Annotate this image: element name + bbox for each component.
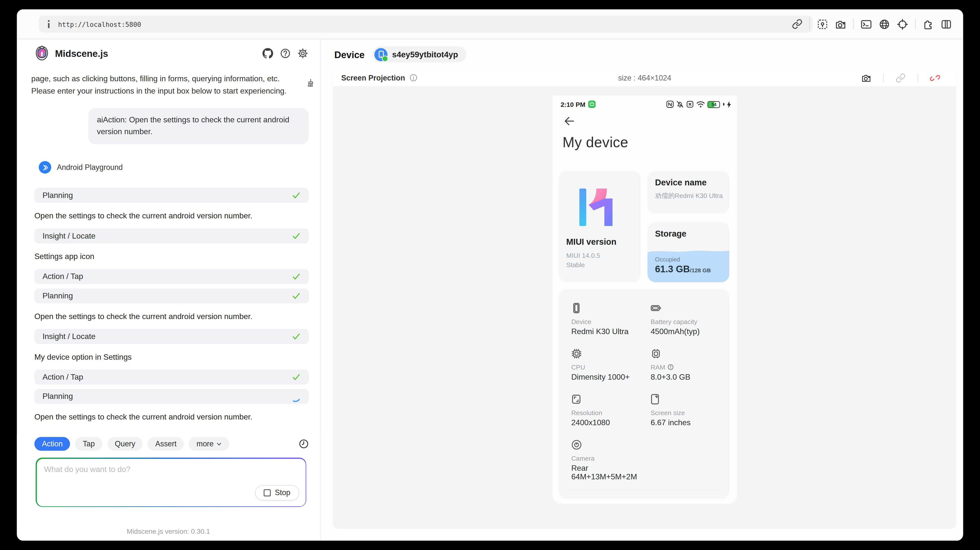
history-clock-icon[interactable]: [299, 439, 309, 449]
ram-info-icon[interactable]: [668, 364, 674, 370]
stop-button[interactable]: Stop: [255, 485, 299, 500]
divider: [917, 73, 918, 82]
screen-projection-card: size : 464×1024 Screen Projection 2:10 P…: [333, 69, 956, 529]
step-bar-insight[interactable]: Insight / Locate: [34, 228, 309, 244]
device-id: s4ey59ytbitot4yp: [392, 50, 458, 59]
back-arrow-icon[interactable]: [563, 115, 576, 128]
storage-occupied-label: Occupied: [655, 256, 680, 263]
browser-toolbar: http://localhost:5800: [17, 10, 963, 40]
resolution-icon: [571, 394, 581, 404]
step-bar-planning-loading[interactable]: Planning: [34, 389, 309, 404]
miui-14-logo: [579, 188, 621, 227]
image-capture-icon[interactable]: [817, 19, 828, 30]
battery-icon: 54: [708, 101, 720, 108]
spec-device[interactable]: Device Redmi K30 Ultra: [571, 303, 651, 335]
split-view-icon[interactable]: [940, 19, 952, 30]
clear-icon[interactable]: [305, 78, 315, 87]
tab-assert[interactable]: Assert: [148, 437, 184, 451]
step-description: Open the settings to check the current a…: [34, 212, 309, 220]
spec-ram[interactable]: RAM 8.0+3.0 GB: [651, 349, 729, 381]
device-name-title: Device name: [655, 178, 723, 187]
device-panel: Device s4ey59ytbitot4yp size : 464×1024 …: [321, 40, 963, 540]
header-icon-cluster: [262, 48, 308, 59]
midscene-header: Midscene.js: [17, 40, 320, 67]
storage-fill: Occupied 61.3 GB/128 GB: [648, 254, 729, 282]
step-bar-planning[interactable]: Planning: [34, 188, 309, 203]
cpu-icon: [571, 349, 582, 359]
spec-battery[interactable]: Battery capacity 4500mAh(typ): [651, 303, 729, 335]
run-timeline: page, such as clicking buttons, filling …: [17, 67, 320, 421]
terminal-icon[interactable]: [861, 19, 872, 30]
battery-cap: [724, 103, 724, 105]
miui-version-card[interactable]: MIUI version MIUI 14.0.5 Stable: [559, 171, 641, 282]
url-bar[interactable]: http://localhost:5800: [39, 16, 812, 32]
tab-more[interactable]: more: [189, 437, 229, 451]
check-icon: [292, 191, 301, 200]
step-bar-action[interactable]: Action / Tap: [34, 269, 309, 284]
browser-window: http://localhost:5800: [17, 10, 963, 540]
prompt-controls: Action Tap Query Assert more Stop: [17, 434, 320, 540]
divider: [810, 19, 810, 29]
projection-actions: [861, 69, 940, 86]
link-icon-disabled[interactable]: [896, 73, 906, 83]
tab-action[interactable]: Action: [34, 437, 70, 451]
battery-capacity-icon: [651, 303, 662, 314]
device-header: Device s4ey59ytbitot4yp: [321, 40, 963, 70]
device-badge[interactable]: s4ey59ytbitot4yp: [373, 46, 466, 63]
step-description: Open the settings to check the current a…: [34, 312, 309, 321]
wifi-icon: [697, 100, 705, 108]
step-label: Planning: [42, 191, 73, 200]
loading-spinner-icon: [289, 390, 302, 403]
device-screen[interactable]: 2:10 PM 54: [553, 95, 737, 504]
toolbar-icon-cluster: [792, 10, 952, 39]
stop-square-icon: [264, 489, 270, 496]
divider: [567, 490, 722, 490]
step-label: Insight / Locate: [42, 332, 95, 341]
device-phone-icon: [571, 303, 581, 314]
screenshot-camera-icon[interactable]: [861, 73, 871, 83]
disconnect-link-off-icon[interactable]: [930, 73, 940, 83]
device-name-card[interactable]: Device name 劝儒的Redmi K30 Ultra: [648, 171, 729, 214]
tab-tap[interactable]: Tap: [75, 437, 102, 451]
globe-icon[interactable]: [879, 19, 890, 30]
android-playground-row: Android Playground: [39, 161, 309, 174]
phone-icon: [375, 48, 388, 61]
step-bar-planning[interactable]: Planning: [34, 288, 309, 303]
step-label: Action / Tap: [42, 272, 83, 281]
check-icon: [292, 272, 301, 281]
camera-lens-icon: [571, 439, 582, 450]
settings-gear-icon[interactable]: [298, 48, 308, 59]
divider: [915, 19, 916, 29]
status-time: 2:10 PM: [561, 100, 585, 108]
mode-tabs: Action Tap Query Assert more: [17, 434, 320, 453]
specs-card: Device Redmi K30 Ultra Battery capacity …: [559, 289, 729, 499]
link-icon[interactable]: [792, 19, 803, 29]
spec-cpu[interactable]: CPU Dimensity 1000+: [571, 349, 651, 381]
camera-icon[interactable]: [835, 19, 846, 30]
browser-content: Midscene.js page, such as clicking butto…: [17, 40, 963, 540]
step-description: Settings app icon: [34, 252, 309, 261]
miui-card-title: MIUI version: [566, 237, 616, 247]
storage-card[interactable]: Storage Occupied 61.3 GB/128 GB: [648, 222, 729, 282]
divider: [883, 73, 884, 82]
spec-camera[interactable]: Camera Rear 64M+13M+5M+2M: [571, 439, 651, 472]
phone-status-bar: 2:10 PM 54: [561, 99, 731, 109]
help-icon[interactable]: [280, 48, 291, 59]
github-icon[interactable]: [262, 48, 273, 59]
puzzle-extension-icon[interactable]: [923, 19, 934, 30]
step-label: Insight / Locate: [42, 232, 95, 240]
screen-size-icon: [651, 394, 659, 404]
step-bar-action[interactable]: Action / Tap: [34, 369, 309, 385]
midscene-logo: [34, 46, 49, 60]
intro-text: page, such as clicking buttons, filling …: [31, 73, 299, 97]
desktop-background: http://localhost:5800: [0, 0, 980, 550]
spec-screen-size[interactable]: Screen size 6.67 inches: [651, 394, 729, 426]
url-text: http://localhost:5800: [58, 20, 141, 28]
charging-bolt-icon: [727, 101, 731, 108]
step-label: Action / Tap: [42, 373, 83, 381]
step-description: Open the settings to check the current a…: [34, 413, 309, 422]
crosshair-icon[interactable]: [897, 19, 908, 30]
spec-resolution[interactable]: Resolution 2400x1080: [571, 394, 651, 426]
step-bar-insight[interactable]: Insight / Locate: [34, 329, 309, 344]
tab-query[interactable]: Query: [107, 437, 143, 451]
